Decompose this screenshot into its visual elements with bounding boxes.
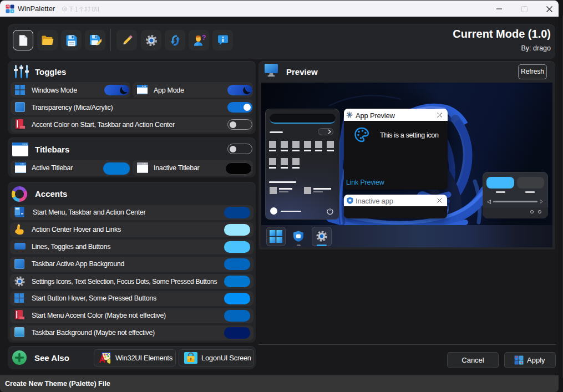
svg-text:?: ? [202, 33, 206, 41]
